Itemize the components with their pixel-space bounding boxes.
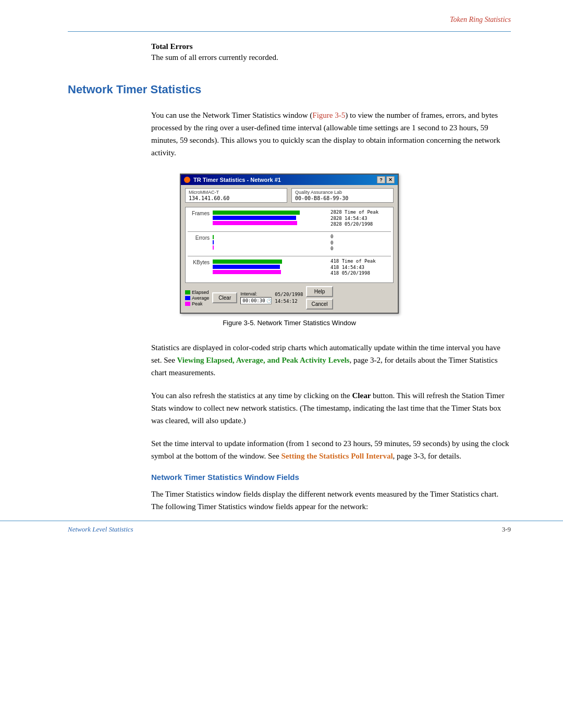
legend-average: Average	[185, 295, 209, 301]
frames-peak-bar	[213, 221, 297, 225]
poll-interval-link[interactable]: Setting the Statistics Poll Interval	[281, 452, 393, 460]
frames-val2: 2828 14:54:43	[331, 216, 391, 222]
interval-input[interactable]: 00:00:30 🕐	[240, 297, 272, 304]
btn-group: Help Cancel	[306, 286, 333, 310]
timer-titlebar: TR Timer Statistics - Network #1 ? ✕	[181, 175, 398, 185]
errors-elapsed-bar	[213, 235, 214, 239]
chart-area: Frames 2828 Time of Peak 2828 14:54:43 2…	[185, 207, 394, 283]
intro-text-before: You can use the Network Timer Statistics…	[151, 111, 312, 119]
errors-values: 0 0 0	[328, 234, 391, 252]
subsection-para: The Timer Statistics window fields displ…	[68, 488, 511, 513]
kbytes-chart-row: KBytes 418 Time of Peak 418 14:54:43 418…	[188, 258, 391, 277]
kbytes-average-bar	[213, 265, 280, 269]
frames-elapsed-bar	[213, 211, 300, 215]
kbytes-label: KBytes	[188, 258, 213, 265]
kbytes-bars	[213, 258, 328, 274]
timer-fields-row: MicroMMAC-T 134.141.60.60 Quality Assura…	[185, 188, 394, 203]
legend-elapsed-label: Elapsed	[192, 290, 209, 295]
header-link[interactable]: Token Ring Statistics	[450, 16, 511, 24]
figure-container: TR Timer Statistics - Network #1 ? ✕ Mic…	[68, 174, 511, 327]
divider2	[188, 256, 391, 256]
interval-value: 00:00:30	[242, 298, 265, 303]
legend-average-label: Average	[192, 295, 209, 301]
errors-val2: 0	[331, 240, 391, 246]
frames-val1: 2828 Time of Peak	[331, 209, 391, 216]
interval-area: Interval: 00:00:30 🕐	[240, 291, 272, 304]
field1-value: 134.141.60.60	[189, 195, 284, 201]
kbytes-peak-bar	[213, 270, 281, 274]
figure-3-5-link[interactable]: Figure 3-5	[312, 111, 345, 119]
errors-val3: 0	[331, 246, 391, 252]
frames-values: 2828 Time of Peak 2828 14:54:43 2828 05/…	[328, 209, 391, 228]
divider1	[188, 231, 391, 232]
timer-body: MicroMMAC-T 134.141.60.60 Quality Assura…	[181, 185, 398, 313]
para4: Set the time interval to update informat…	[68, 437, 511, 462]
peak-color	[185, 302, 190, 306]
footer-right: 3-9	[502, 525, 511, 534]
page-container: Token Ring Statistics Total Errors The s…	[0, 0, 563, 554]
para3: You can also refresh the statistics at a…	[68, 389, 511, 427]
total-errors-desc: The sum of all errors currently recorded…	[151, 53, 511, 62]
figure-caption: Figure 3-5. Network Timer Statistics Win…	[223, 319, 356, 327]
timer-statistics-window: TR Timer Statistics - Network #1 ? ✕ Mic…	[180, 174, 399, 314]
titlebar-controls: ? ✕	[377, 176, 395, 183]
legend-elapsed: Elapsed	[185, 290, 209, 295]
kbytes-values: 418 Time of Peak 418 14:54:43 418 05/20/…	[328, 258, 391, 277]
frames-average-bar	[213, 216, 296, 220]
kbytes-val2: 418 14:54:43	[331, 265, 391, 271]
para3-text: You can also refresh the statistics at a…	[151, 391, 352, 400]
elapsed-color	[185, 290, 190, 294]
legend-area: Elapsed Average Peak	[185, 290, 209, 306]
errors-peak-bar	[213, 245, 214, 250]
average-color	[185, 296, 190, 300]
errors-chart-row: Errors 0 0 0	[188, 234, 391, 253]
titlebar-dot	[184, 177, 190, 183]
frames-label: Frames	[188, 209, 213, 216]
window-title: TR Timer Statistics - Network #1	[193, 177, 281, 183]
frames-bars	[213, 209, 328, 225]
total-errors-title: Total Errors	[151, 42, 511, 51]
para4-rest: , page 3-3, for details.	[393, 452, 461, 460]
bottom-footer: Network Level Statistics 3-9	[0, 521, 563, 534]
timestamp-line2: 14:54:12	[275, 298, 303, 305]
kbytes-elapsed-bar	[213, 260, 282, 264]
titlebar-left: TR Timer Statistics - Network #1	[184, 177, 281, 183]
timestamp-line1: 05/20/1998	[275, 291, 303, 298]
cancel-button[interactable]: Cancel	[306, 299, 333, 310]
legend-peak-label: Peak	[192, 301, 203, 306]
kbytes-val1: 418 Time of Peak	[331, 258, 391, 265]
help-btn[interactable]: ?	[377, 176, 385, 183]
total-errors-section: Total Errors The sum of all errors curre…	[68, 42, 511, 62]
timer-bottom-row: Elapsed Average Peak Clear	[185, 286, 394, 310]
field2-value: 00-00-B8-68-99-30	[295, 195, 390, 201]
errors-bars	[213, 234, 328, 250]
frames-val3: 2828 05/20/1998	[331, 221, 391, 228]
interval-label: Interval:	[240, 291, 272, 297]
top-rule	[68, 31, 511, 32]
help-button[interactable]: Help	[306, 286, 333, 297]
clock-icon[interactable]: 🕐	[266, 299, 272, 303]
footer-left: Network Level Statistics	[68, 525, 133, 534]
para2: Statistics are displayed in color-coded …	[68, 341, 511, 379]
viewing-link[interactable]: Viewing Elapsed, Average, and Peak Activ…	[177, 356, 350, 364]
timestamp-area: 05/20/1998 14:54:12	[275, 291, 303, 304]
frames-chart-row: Frames 2828 Time of Peak 2828 14:54:43 2…	[188, 209, 391, 228]
intro-paragraph: You can use the Network Timer Statistics…	[68, 109, 511, 159]
section-heading: Network Timer Statistics	[68, 83, 511, 96]
errors-val1: 0	[331, 234, 391, 240]
clear-bold: Clear	[352, 391, 371, 400]
field-micromac: MicroMMAC-T 134.141.60.60	[185, 188, 287, 203]
field1-label: MicroMMAC-T	[189, 190, 284, 195]
legend-peak: Peak	[185, 301, 209, 306]
field-quality: Quality Assurance Lab 00-00-B8-68-99-30	[291, 188, 394, 203]
errors-average-bar	[213, 240, 214, 244]
errors-label: Errors	[188, 234, 213, 241]
close-btn[interactable]: ✕	[386, 176, 395, 183]
field2-label: Quality Assurance Lab	[295, 190, 390, 195]
kbytes-val3: 418 05/20/1998	[331, 270, 391, 277]
clear-button[interactable]: Clear	[212, 292, 237, 303]
subsection-heading: Network Timer Statistics Window Fields	[68, 473, 511, 482]
